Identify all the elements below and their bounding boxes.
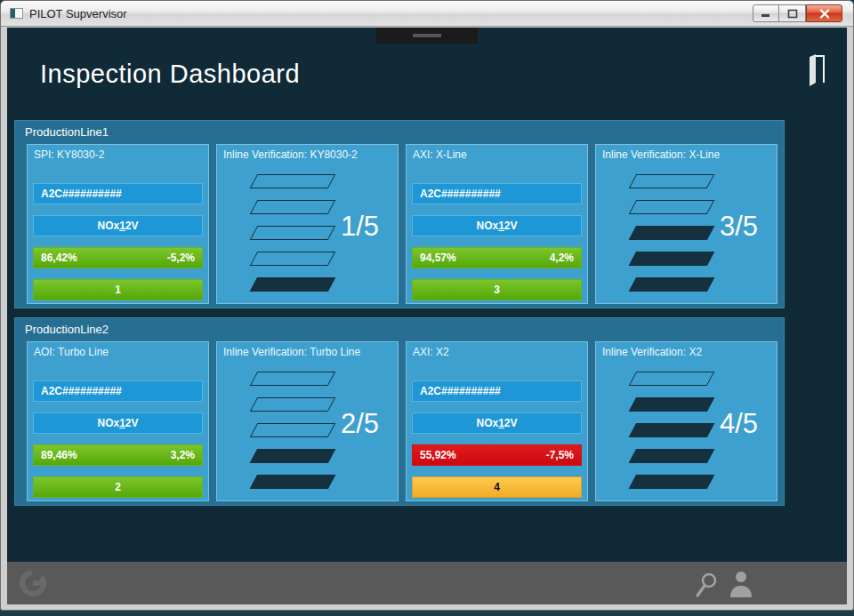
yield-value: 55,92% bbox=[420, 449, 456, 461]
group-title: ProductionLine1 bbox=[15, 121, 784, 139]
verification-step bbox=[250, 174, 336, 188]
count-bar[interactable]: 3 bbox=[412, 279, 582, 300]
verification-panel-xline[interactable]: Inline Verification: X-Line 3/5 bbox=[595, 144, 777, 304]
barcode-bar[interactable]: A2C########## bbox=[33, 380, 203, 402]
program-bar[interactable]: NOx12V bbox=[33, 215, 203, 236]
panel-title: Inline Verification: X-Line bbox=[596, 145, 777, 161]
window-controls bbox=[753, 4, 842, 22]
close-icon bbox=[819, 9, 830, 19]
verification-step bbox=[250, 200, 336, 214]
production-line-group-1: ProductionLine1 SPI: KY8030-2 A2C#######… bbox=[14, 120, 785, 308]
progress-label: 2/5 bbox=[341, 408, 379, 440]
verification-step bbox=[629, 277, 715, 292]
program-value: NOx12V bbox=[476, 417, 517, 429]
verification-step bbox=[250, 226, 336, 240]
panel-title: AOI: Turbo Line bbox=[28, 342, 208, 358]
station-rows: A2C########## NOx12V 89,46% 3,2% 2 bbox=[33, 380, 203, 498]
production-line-group-2: ProductionLine2 AOI: Turbo Line A2C#####… bbox=[14, 317, 785, 506]
barcode-bar[interactable]: A2C########## bbox=[412, 380, 582, 402]
verification-step bbox=[250, 252, 336, 266]
barcode-value: A2C########## bbox=[420, 188, 501, 200]
drag-grip-icon bbox=[413, 34, 441, 37]
verification-step bbox=[629, 372, 715, 386]
minimize-icon bbox=[761, 9, 771, 18]
count-value: 3 bbox=[494, 284, 500, 296]
barcode-value: A2C########## bbox=[41, 188, 122, 200]
yield-delta: -7,5% bbox=[546, 449, 574, 461]
yield-bar[interactable]: 86,42% -5,2% bbox=[33, 247, 203, 268]
station-rows: A2C########## NOx12V 94,57% 4,2% 3 bbox=[412, 183, 582, 300]
verification-step bbox=[629, 200, 715, 214]
refresh-icon[interactable] bbox=[19, 568, 49, 598]
panel-title: AXI: X-Line bbox=[407, 145, 587, 161]
window-titlebar[interactable]: PILOT Supvervisor bbox=[1, 1, 853, 27]
yield-bar[interactable]: 89,46% 3,2% bbox=[33, 444, 203, 466]
station-panel-axi-x2[interactable]: AXI: X2 A2C########## NOx12V 55,92% -7,5… bbox=[406, 341, 588, 501]
count-value: 1 bbox=[115, 284, 121, 296]
footer-bar bbox=[7, 562, 847, 604]
search-icon[interactable] bbox=[693, 572, 720, 602]
barcode-bar[interactable]: A2C########## bbox=[412, 183, 582, 204]
barcode-bar[interactable]: A2C########## bbox=[33, 183, 203, 204]
program-bar[interactable]: NOx12V bbox=[412, 412, 582, 434]
verification-step bbox=[250, 475, 336, 489]
program-bar[interactable]: NOx12V bbox=[412, 215, 582, 236]
panel-title: Inline Verification: KY8030-2 bbox=[217, 145, 398, 161]
yield-bar[interactable]: 55,92% -7,5% bbox=[412, 444, 582, 466]
verification-step bbox=[250, 277, 336, 292]
footer-actions bbox=[693, 570, 754, 602]
window-title: PILOT Supvervisor bbox=[29, 7, 127, 20]
verification-panel-turbo[interactable]: Inline Verification: Turbo Line 2/5 bbox=[216, 341, 399, 501]
count-bar[interactable]: 4 bbox=[412, 476, 582, 498]
station-panel-axi-xline[interactable]: AXI: X-Line A2C########## NOx12V 94,57% … bbox=[406, 144, 588, 304]
program-value: NOx12V bbox=[97, 220, 138, 232]
yield-bar[interactable]: 94,57% 4,2% bbox=[412, 247, 582, 268]
count-bar[interactable]: 2 bbox=[33, 476, 203, 498]
yield-delta: 4,2% bbox=[550, 252, 574, 264]
verification-step bbox=[629, 397, 715, 412]
minimize-button[interactable] bbox=[753, 4, 779, 22]
panel-row: AOI: Turbo Line A2C########## NOx12V 89,… bbox=[27, 341, 777, 501]
verification-step bbox=[629, 226, 715, 240]
page-title: Inspection Dashboard bbox=[40, 60, 300, 89]
verification-step bbox=[629, 423, 715, 437]
station-panel-aoi[interactable]: AOI: Turbo Line A2C########## NOx12V 89,… bbox=[27, 341, 209, 501]
program-value: NOx12V bbox=[97, 417, 138, 429]
verification-step bbox=[250, 423, 336, 437]
verification-stack bbox=[632, 174, 711, 303]
verification-panel-ky8030[interactable]: Inline Verification: KY8030-2 1/5 bbox=[216, 144, 399, 304]
panel-row: SPI: KY8030-2 A2C########## NOx12V 86,42… bbox=[27, 144, 777, 304]
app-icon bbox=[10, 8, 23, 19]
user-icon[interactable] bbox=[728, 570, 754, 602]
count-value: 4 bbox=[494, 481, 500, 493]
drag-handle-tab[interactable] bbox=[376, 28, 478, 44]
panel-title: SPI: KY8030-2 bbox=[28, 145, 208, 161]
program-bar[interactable]: NOx12V bbox=[33, 412, 203, 434]
maximize-icon bbox=[787, 9, 798, 19]
yield-delta: 3,2% bbox=[171, 449, 195, 461]
screen: PILOT Supvervisor Inspection Dashboard bbox=[0, 0, 854, 616]
verification-step bbox=[629, 475, 715, 489]
dashboard-content: Inspection Dashboard ProductionLine1 SPI… bbox=[7, 28, 847, 604]
verification-stack bbox=[632, 372, 711, 500]
yield-value: 86,42% bbox=[41, 252, 77, 264]
station-rows: A2C########## NOx12V 86,42% -5,2% 1 bbox=[33, 183, 203, 300]
close-button[interactable] bbox=[806, 4, 842, 22]
group-title: ProductionLine2 bbox=[15, 318, 784, 336]
station-panel-spi[interactable]: SPI: KY8030-2 A2C########## NOx12V 86,42… bbox=[27, 144, 209, 304]
barcode-value: A2C########## bbox=[420, 385, 501, 397]
maximize-button[interactable] bbox=[779, 4, 806, 22]
barcode-value: A2C########## bbox=[41, 385, 122, 397]
program-value: NOx12V bbox=[476, 220, 517, 232]
yield-value: 94,57% bbox=[420, 252, 456, 264]
count-bar[interactable]: 1 bbox=[33, 279, 203, 300]
progress-label: 3/5 bbox=[720, 211, 758, 243]
verification-stack bbox=[254, 174, 332, 303]
panel-title: AXI: X2 bbox=[407, 342, 587, 358]
verification-step bbox=[250, 397, 336, 412]
verification-step bbox=[629, 252, 715, 266]
yield-value: 89,46% bbox=[41, 449, 77, 461]
progress-label: 1/5 bbox=[341, 211, 379, 243]
verification-panel-x2[interactable]: Inline Verification: X2 4/5 bbox=[595, 341, 777, 501]
exit-door-icon[interactable] bbox=[804, 52, 827, 88]
